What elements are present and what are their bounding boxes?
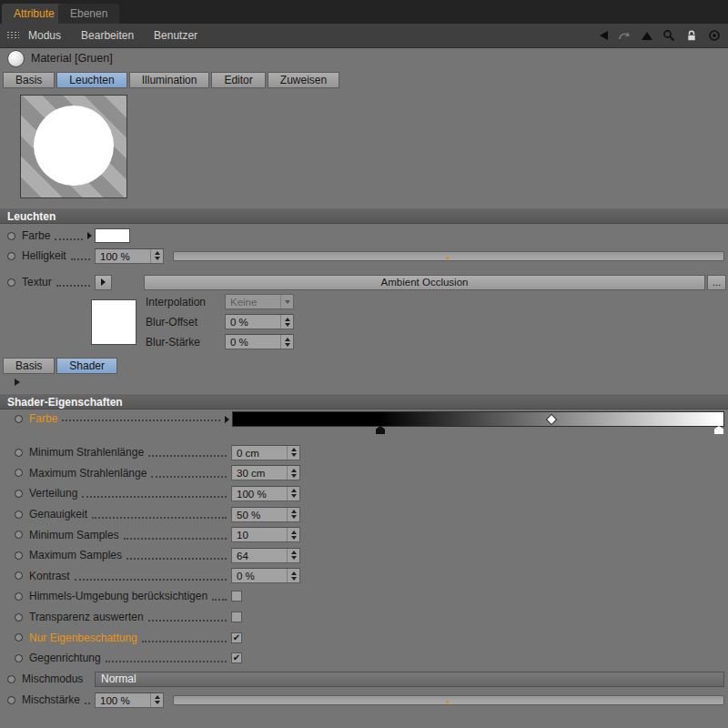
shader-thumbnail[interactable] — [91, 299, 136, 345]
blur-offset-value[interactable]: 0 % — [226, 315, 280, 329]
genauigkeit-spinner[interactable]: 50 % — [231, 507, 300, 522]
target-mode-icon[interactable] — [708, 29, 721, 42]
animation-dot-icon[interactable] — [15, 449, 23, 457]
menu-bearbeiten[interactable]: Bearbeiten — [81, 29, 134, 42]
tab-shader-basis[interactable]: Basis — [3, 358, 55, 374]
filter-icon[interactable] — [642, 32, 652, 40]
tab-zuweisen[interactable]: Zuweisen — [268, 72, 339, 88]
spinner-arrows-icon[interactable] — [287, 446, 299, 460]
property-value[interactable]: 0 cm — [232, 446, 287, 460]
section-collapse-icon[interactable] — [15, 379, 20, 386]
dotted-leader — [148, 620, 227, 622]
preview-sphere — [34, 106, 114, 186]
history-back-icon[interactable] — [600, 31, 608, 40]
blur-staerke-value[interactable]: 0 % — [226, 335, 280, 349]
tab-basis[interactable]: Basis — [3, 72, 55, 88]
menu-benutzer[interactable]: Benutzer — [154, 29, 197, 42]
maximum-strahlenlaenge-spinner[interactable]: 30 cm — [231, 465, 300, 480]
animation-dot-icon[interactable] — [15, 654, 23, 662]
drag-handle-icon[interactable] — [6, 31, 19, 40]
helligkeit-value[interactable]: 100 % — [96, 249, 150, 263]
blur-staerke-spinner[interactable]: 0 % — [225, 334, 294, 349]
himmels-umgebung-checkbox[interactable] — [231, 591, 242, 602]
tab-shader-shader[interactable]: Shader — [56, 358, 117, 374]
helligkeit-spinner[interactable]: 100 % — [95, 248, 164, 264]
property-value[interactable]: 64 — [232, 549, 287, 562]
property-value[interactable]: 30 cm — [232, 466, 287, 480]
kontrast-spinner[interactable]: 0 % — [231, 568, 300, 583]
gradient-knot-black[interactable] — [376, 426, 385, 434]
gradient-bias-handle[interactable] — [546, 413, 558, 425]
verteilung-spinner[interactable]: 100 % — [231, 486, 300, 501]
minimum-strahlenlaenge-spinner[interactable]: 0 cm — [231, 445, 300, 460]
lock-icon[interactable] — [685, 29, 698, 42]
animation-dot-icon[interactable] — [15, 531, 23, 539]
search-icon[interactable] — [662, 29, 675, 42]
animation-dot-icon[interactable] — [15, 551, 23, 560]
animation-dot-icon[interactable] — [15, 469, 23, 477]
animation-dot-icon[interactable] — [15, 571, 23, 580]
textur-shader-button[interactable]: Ambient Occlusion — [144, 275, 705, 290]
animation-dot-icon[interactable] — [15, 633, 23, 642]
spinner-arrows-icon[interactable] — [287, 466, 299, 480]
mischstaerke-slider[interactable] — [173, 695, 724, 705]
property-value[interactable]: 10 — [232, 528, 287, 541]
mischstaerke-value[interactable]: 100 % — [96, 693, 150, 707]
property-value[interactable]: 0 % — [232, 569, 287, 582]
section-header-shader-eigenschaften: Shader-Eigenschaften — [0, 393, 728, 410]
material-sphere-icon[interactable] — [7, 50, 25, 67]
interpolation-dropdown[interactable]: Keine — [225, 294, 294, 309]
animation-dot-icon[interactable] — [15, 415, 23, 423]
property-value[interactable]: 50 % — [232, 508, 287, 521]
textur-menu-button[interactable] — [95, 275, 112, 290]
menu-bar: Modus Bearbeiten Benutzer — [0, 24, 728, 48]
textur-more-button[interactable]: ... — [707, 275, 726, 290]
minimum-samples-spinner[interactable]: 10 — [231, 527, 300, 542]
gradient-knot-white[interactable] — [714, 426, 723, 434]
tab-leuchten[interactable]: Leuchten — [56, 72, 126, 88]
gradient-bar[interactable] — [232, 411, 724, 427]
animation-dot-icon[interactable] — [7, 252, 15, 260]
gegenrichtung-checkbox[interactable]: ✔ — [231, 652, 242, 663]
expand-arrow-icon[interactable] — [87, 232, 92, 239]
mischstaerke-label: Mischstärke — [22, 693, 80, 706]
spinner-arrows-icon[interactable] — [287, 549, 299, 562]
material-preview[interactable] — [20, 95, 127, 198]
animation-dot-icon[interactable] — [15, 613, 23, 622]
tab-ebenen[interactable]: Ebenen — [58, 4, 119, 24]
nur-eigenbeschattung-checkbox[interactable]: ✔ — [231, 632, 242, 643]
property-value[interactable]: 100 % — [232, 487, 287, 500]
gradient-editor — [232, 411, 728, 437]
spinner-arrows-icon[interactable] — [287, 508, 299, 521]
spinner-arrows-icon[interactable] — [287, 487, 299, 500]
kontrast-row: Kontrast 0 % — [0, 566, 728, 587]
blur-offset-label: Blur-Offset — [146, 316, 225, 329]
spinner-arrows-icon[interactable] — [150, 693, 163, 707]
spinner-arrows-icon[interactable] — [287, 528, 299, 541]
animation-dot-icon[interactable] — [15, 490, 23, 498]
menu-modus[interactable]: Modus — [28, 29, 61, 42]
mischmodus-dropdown[interactable]: Normal — [95, 672, 724, 687]
animation-dot-icon[interactable] — [15, 511, 23, 519]
farbe-color-swatch[interactable] — [95, 228, 130, 243]
spinner-arrows-icon[interactable] — [280, 335, 293, 349]
animation-dot-icon[interactable] — [7, 278, 15, 287]
transparenz-auswerten-checkbox[interactable] — [231, 612, 242, 622]
animation-dot-icon[interactable] — [15, 592, 23, 601]
farbe-label: Farbe — [22, 229, 50, 242]
animation-dot-icon[interactable] — [7, 232, 15, 240]
spinner-arrows-icon[interactable] — [287, 569, 299, 582]
tab-editor[interactable]: Editor — [211, 72, 265, 88]
animation-dot-icon[interactable] — [7, 696, 15, 704]
maximum-samples-spinner[interactable]: 64 — [231, 548, 300, 563]
expand-arrow-icon[interactable] — [225, 416, 229, 423]
spinner-arrows-icon[interactable] — [150, 249, 163, 263]
blur-offset-spinner[interactable]: 0 % — [225, 314, 294, 329]
spinner-arrows-icon[interactable] — [280, 315, 293, 329]
tab-illumination[interactable]: Illumination — [129, 72, 210, 88]
history-forward-icon[interactable] — [618, 30, 632, 42]
mischstaerke-spinner[interactable]: 100 % — [95, 693, 164, 708]
animation-dot-icon[interactable] — [7, 675, 15, 683]
helligkeit-slider[interactable] — [173, 251, 724, 261]
tab-attribute[interactable]: Attribute — [2, 4, 66, 24]
